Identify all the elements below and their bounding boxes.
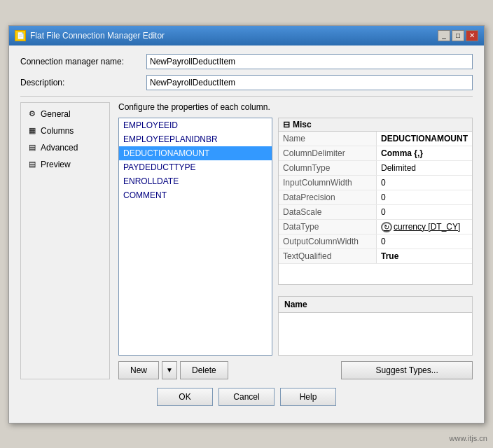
window-body: Connection manager name: Description: ⚙ … bbox=[9, 46, 484, 423]
sidebar-label-preview: Preview bbox=[41, 160, 71, 169]
prop-outputcolumnwidth-value: 0 bbox=[377, 234, 472, 248]
maximize-button[interactable]: □ bbox=[452, 30, 464, 41]
sidebar: ⚙ General ▦ Columns ▤ Advanced ▤ Preview bbox=[20, 102, 110, 379]
prop-row-textqualified: TextQualified True bbox=[279, 249, 472, 264]
column-item-paydeducttype[interactable]: PAYDEDUCTTYPE bbox=[119, 160, 272, 174]
prop-inputcolumnwidth-value: 0 bbox=[377, 176, 472, 190]
right-panel: ⊟ Misc Name DEDUCTIONAMOUNT ColumnDelimi… bbox=[278, 118, 473, 356]
prop-row-columntype: ColumnType Delimited bbox=[279, 161, 472, 176]
main-window: 📄 Flat File Connection Manager Editor _ … bbox=[8, 25, 485, 424]
ok-button[interactable]: OK bbox=[157, 388, 213, 406]
sidebar-item-columns[interactable]: ▦ Columns bbox=[21, 122, 109, 139]
prop-datascale-value: 0 bbox=[377, 205, 472, 219]
prop-columndelimiter-value: Comma {,} bbox=[377, 146, 472, 160]
prop-textqualified-label: TextQualified bbox=[279, 249, 377, 263]
title-bar: 📄 Flat File Connection Manager Editor _ … bbox=[9, 26, 484, 46]
preview-icon: ▤ bbox=[27, 159, 38, 170]
connection-manager-label: Connection manager name: bbox=[20, 57, 146, 66]
sidebar-item-advanced[interactable]: ▤ Advanced bbox=[21, 139, 109, 156]
misc-label: Misc bbox=[293, 120, 312, 130]
name-section-body bbox=[279, 313, 472, 355]
columns-list[interactable]: EMPLOYEEID EMPLOYEEPLANIDNBR DEDUCTIONAM… bbox=[118, 118, 272, 356]
prop-row-datascale: DataScale 0 bbox=[279, 205, 472, 220]
delete-button[interactable]: Delete bbox=[180, 361, 228, 379]
prop-datatype-label: DataType bbox=[279, 220, 377, 234]
connection-manager-input[interactable] bbox=[146, 54, 473, 69]
column-item-deductionamount[interactable]: DEDUCTIONAMOUNT bbox=[119, 146, 272, 160]
column-item-comment[interactable]: COMMENT bbox=[119, 188, 272, 202]
name-section-header: Name bbox=[279, 297, 472, 313]
content-description: Configure the properties of each column. bbox=[118, 102, 473, 112]
prop-section-header: ⊟ Misc bbox=[279, 118, 472, 132]
title-buttons: _ □ ✕ bbox=[438, 30, 478, 41]
sidebar-item-general[interactable]: ⚙ General bbox=[21, 106, 109, 122]
prop-columndelimiter-label: ColumnDelimiter bbox=[279, 146, 377, 160]
column-item-enrolldate[interactable]: ENROLLDATE bbox=[119, 174, 272, 188]
buttons-row: New ▼ Delete Suggest Types... bbox=[118, 361, 473, 379]
cancel-button[interactable]: Cancel bbox=[218, 388, 275, 406]
prop-inputcolumnwidth-label: InputColumnWidth bbox=[279, 176, 377, 190]
description-row: Description: bbox=[20, 75, 473, 90]
prop-columntype-label: ColumnType bbox=[279, 161, 377, 175]
properties-panel: ⊟ Misc Name DEDUCTIONAMOUNT ColumnDelimi… bbox=[278, 118, 473, 285]
prop-dataprecision-label: DataPrecision bbox=[279, 190, 377, 204]
sidebar-item-preview[interactable]: ▤ Preview bbox=[21, 156, 109, 173]
content-area: Configure the properties of each column.… bbox=[110, 102, 473, 379]
divider bbox=[20, 96, 473, 97]
column-item-employeeplanidnbr[interactable]: EMPLOYEEPLANIDNBR bbox=[119, 132, 272, 146]
prop-name-label: Name bbox=[279, 132, 377, 146]
prop-row-columndelimiter: ColumnDelimiter Comma {,} bbox=[279, 146, 472, 161]
new-dropdown-arrow[interactable]: ▼ bbox=[162, 361, 177, 379]
prop-datatype-value[interactable]: ↻currency [DT_CY] bbox=[377, 220, 472, 234]
window-icon: 📄 bbox=[15, 30, 26, 41]
watermark: www.itjs.cn bbox=[450, 434, 487, 442]
sidebar-label-general: General bbox=[41, 109, 71, 119]
description-input[interactable] bbox=[146, 75, 473, 90]
column-item-employeeid[interactable]: EMPLOYEEID bbox=[119, 118, 272, 132]
prop-row-datatype: DataType ↻currency [DT_CY] bbox=[279, 220, 472, 234]
sidebar-label-advanced: Advanced bbox=[41, 143, 78, 153]
prop-dataprecision-value: 0 bbox=[377, 190, 472, 204]
prop-name-value: DEDUCTIONAMOUNT bbox=[377, 132, 472, 146]
prop-row-outputcolumnwidth: OutputColumnWidth 0 bbox=[279, 234, 472, 249]
description-label: Description: bbox=[20, 78, 146, 88]
help-button[interactable]: Help bbox=[280, 388, 336, 406]
general-icon: ⚙ bbox=[27, 108, 38, 120]
main-content: ⚙ General ▦ Columns ▤ Advanced ▤ Preview bbox=[20, 102, 473, 379]
connection-manager-row: Connection manager name: bbox=[20, 54, 473, 69]
prop-row-name: Name DEDUCTIONAMOUNT bbox=[279, 132, 472, 146]
new-button[interactable]: New bbox=[118, 361, 159, 379]
prop-columntype-value: Delimited bbox=[377, 161, 472, 175]
window-title: Flat File Connection Manager Editor bbox=[30, 31, 165, 41]
watermark-text: www.itjs.cn bbox=[450, 434, 487, 442]
advanced-icon: ▤ bbox=[27, 142, 38, 153]
columns-icon: ▦ bbox=[27, 125, 38, 136]
name-section: Name bbox=[278, 296, 473, 356]
columns-panel: EMPLOYEEID EMPLOYEEPLANIDNBR DEDUCTIONAM… bbox=[118, 118, 473, 356]
prop-textqualified-value: True bbox=[377, 249, 472, 263]
close-button[interactable]: ✕ bbox=[466, 30, 478, 41]
prop-datascale-label: DataScale bbox=[279, 205, 377, 219]
suggest-types-button[interactable]: Suggest Types... bbox=[341, 361, 473, 379]
prop-row-inputcolumnwidth: InputColumnWidth 0 bbox=[279, 176, 472, 190]
minimize-button[interactable]: _ bbox=[438, 30, 450, 41]
title-bar-left: 📄 Flat File Connection Manager Editor bbox=[15, 30, 165, 41]
bottom-buttons: OK Cancel Help bbox=[20, 388, 473, 414]
prop-row-dataprecision: DataPrecision 0 bbox=[279, 190, 472, 205]
minus-icon: ⊟ bbox=[283, 120, 290, 130]
prop-outputcolumnwidth-label: OutputColumnWidth bbox=[279, 234, 377, 248]
sidebar-label-columns: Columns bbox=[41, 126, 74, 136]
